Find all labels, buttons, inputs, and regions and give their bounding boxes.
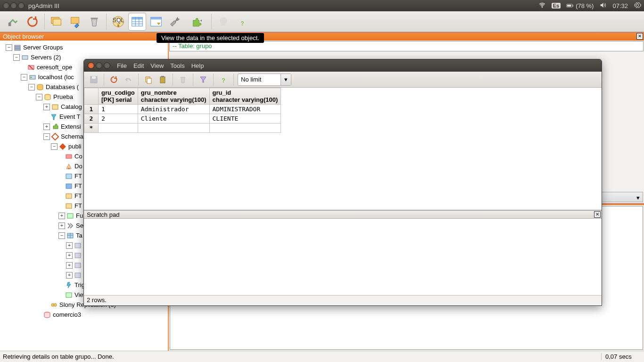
tree-item[interactable]: FT [74, 182, 82, 189]
svg-rect-62 [160, 77, 165, 83]
collapse-icon[interactable]: − [13, 54, 20, 61]
tree-item[interactable]: Server Groups [23, 44, 63, 51]
collapse-icon[interactable]: − [21, 74, 27, 81]
sql-query-icon[interactable]: SQL [109, 13, 127, 31]
volume-icon[interactable] [599, 1, 607, 10]
menu-edit[interactable]: Edit [133, 62, 144, 69]
menu-help[interactable]: Help [191, 62, 204, 69]
tree-item[interactable]: Catalog [61, 103, 82, 110]
collapse-icon[interactable]: − [36, 94, 42, 100]
window-controls[interactable] [3, 2, 25, 9]
tree-item[interactable]: Do [74, 163, 83, 170]
window-title-bar[interactable]: File Edit View Tools Help [84, 59, 602, 72]
table-row[interactable]: 1 1 Administrador ADMINISTRADOR [84, 105, 281, 114]
cell[interactable]: Administrador [138, 105, 209, 114]
svg-rect-23 [15, 45, 20, 47]
collapse-icon[interactable]: − [58, 232, 65, 239]
expand-icon[interactable]: + [58, 222, 65, 229]
data-grid[interactable]: gru_codigo[PK] serial gru_nombrecharacte… [84, 88, 602, 210]
expand-icon[interactable]: + [66, 272, 73, 279]
tree-item[interactable]: FT [74, 173, 82, 180]
tree-item[interactable]: Prueba [53, 93, 73, 100]
tree-item[interactable]: Servers (2) [31, 54, 61, 61]
scratch-pad[interactable] [84, 219, 602, 295]
row-number[interactable]: 2 [84, 114, 99, 123]
connect-icon[interactable] [5, 13, 23, 31]
gear-icon[interactable] [634, 1, 641, 10]
collapse-icon[interactable]: − [43, 133, 50, 140]
column-header[interactable]: gru_idcharacter varying(100) [209, 88, 281, 105]
menu-tools[interactable]: Tools [170, 62, 184, 69]
create-icon[interactable] [66, 13, 84, 31]
window-controls[interactable] [88, 62, 110, 69]
tree-item[interactable]: Event T [59, 113, 81, 120]
battery-indicator[interactable]: (78 %) [566, 2, 594, 9]
expand-icon[interactable]: + [66, 252, 73, 259]
tree-item[interactable]: FT [74, 202, 82, 209]
cell[interactable]: 2 [99, 114, 138, 123]
help-icon[interactable]: ? [217, 74, 230, 86]
row-header-corner[interactable] [84, 88, 99, 105]
cell[interactable] [138, 123, 209, 133]
cell[interactable]: 1 [99, 105, 138, 114]
menu-file[interactable]: File [117, 62, 127, 69]
cell[interactable]: Cliente [138, 114, 209, 123]
tree-item[interactable]: publi [68, 143, 81, 150]
view-data-icon[interactable] [128, 13, 146, 31]
expand-icon[interactable]: + [43, 104, 50, 110]
chevron-down-icon[interactable]: ▾ [281, 74, 291, 85]
tree-item[interactable]: Se [76, 222, 83, 229]
help-icon[interactable]: ? [233, 13, 251, 31]
row-number[interactable]: 1 [84, 105, 99, 114]
properties-icon[interactable] [48, 13, 66, 31]
filter-icon[interactable] [197, 74, 209, 86]
table-row[interactable]: 2 2 Cliente CLIENTE [84, 114, 281, 123]
tree-item[interactable]: Schema [61, 133, 83, 140]
column-header[interactable]: gru_nombrecharacter varying(100) [138, 88, 209, 105]
tree-item[interactable]: Ta [76, 232, 83, 239]
expand-icon[interactable]: + [58, 213, 65, 219]
column-header[interactable]: gru_codigo[PK] serial [99, 88, 138, 105]
tree-item[interactable]: comercio3 [53, 311, 81, 318]
minimize-icon[interactable] [96, 62, 102, 69]
maintenance-icon[interactable] [166, 13, 184, 31]
close-icon[interactable]: ✕ [636, 33, 643, 40]
collapse-icon[interactable]: − [6, 44, 12, 51]
new-row-marker[interactable]: * [84, 123, 99, 133]
close-icon[interactable] [3, 2, 9, 9]
drop-icon[interactable] [85, 13, 103, 31]
filtered-data-icon[interactable] [147, 13, 165, 31]
plugins-icon[interactable] [185, 13, 208, 31]
cell[interactable]: ADMINISTRADOR [209, 105, 281, 114]
tree-item[interactable]: Fu [76, 212, 83, 219]
cell[interactable] [99, 123, 138, 133]
close-icon[interactable] [88, 62, 94, 69]
tree-item[interactable]: Extensi [61, 123, 81, 130]
clock[interactable]: 07:32 [612, 2, 628, 9]
tree-item[interactable]: ceresoft_ope [37, 64, 72, 71]
refresh-icon[interactable] [108, 74, 120, 86]
expand-icon[interactable]: + [66, 242, 73, 249]
paste-icon[interactable] [157, 74, 169, 86]
minimize-icon[interactable] [10, 2, 17, 9]
tree-item[interactable]: FT [74, 192, 82, 199]
collapse-icon[interactable]: − [28, 84, 35, 90]
keyboard-layout-indicator[interactable]: Es [552, 3, 561, 8]
tree-item[interactable]: localhost (loc [38, 74, 74, 81]
menu-view[interactable]: View [150, 62, 164, 69]
refresh-icon[interactable] [24, 13, 41, 31]
cell[interactable] [209, 123, 281, 133]
collapse-icon[interactable]: − [51, 143, 58, 150]
expand-icon[interactable]: + [66, 262, 73, 269]
tree-item[interactable]: Co [74, 153, 83, 160]
row-limit-combo[interactable]: No limit ▾ [238, 74, 291, 86]
maximize-icon[interactable] [18, 2, 25, 9]
table-new-row[interactable]: * [84, 123, 281, 133]
maximize-icon[interactable] [104, 62, 110, 69]
expand-icon[interactable]: + [43, 123, 50, 130]
copy-icon[interactable] [142, 74, 155, 86]
cell[interactable]: CLIENTE [209, 114, 281, 123]
close-icon[interactable]: ✕ [594, 211, 601, 218]
tree-item[interactable]: Databases ( [46, 83, 79, 90]
wifi-icon[interactable] [538, 1, 546, 10]
